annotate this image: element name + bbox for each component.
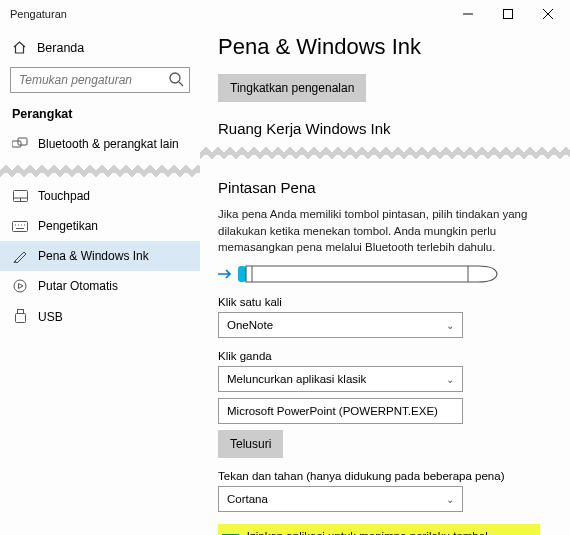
arrow-right-icon — [218, 268, 232, 280]
chevron-down-icon: ⌄ — [446, 320, 454, 331]
sidebar-item-label: Putar Otomatis — [38, 279, 118, 293]
bluetooth-devices-icon — [12, 137, 28, 151]
torn-edge-divider-shadow — [0, 172, 200, 179]
page-title: Pena & Windows Ink — [218, 34, 540, 60]
torn-edge-divider-main-shadow — [200, 154, 570, 161]
press-hold-select[interactable]: Cortana ⌄ — [218, 486, 463, 512]
browse-button[interactable]: Telusuri — [218, 430, 283, 458]
chevron-down-icon: ⌄ — [446, 374, 454, 385]
chevron-down-icon: ⌄ — [446, 494, 454, 505]
sidebar-section-label: Perangkat — [0, 103, 200, 129]
sidebar-item-label: Touchpad — [38, 189, 90, 203]
app-path-box[interactable]: Microsoft PowerPoint (POWERPNT.EXE) — [218, 398, 463, 424]
click-once-select[interactable]: OneNote ⌄ — [218, 312, 463, 338]
sidebar-item-typing[interactable]: Pengetikan — [0, 211, 200, 241]
press-hold-label: Tekan dan tahan (hanya didukung pada beb… — [218, 470, 540, 482]
press-hold-value: Cortana — [227, 493, 268, 505]
pen-illustration — [238, 264, 498, 284]
sidebar-item-pen[interactable]: Pena & Windows Ink — [0, 241, 200, 271]
close-button[interactable] — [528, 0, 568, 28]
sidebar-item-label: Bluetooth & perangkat lain — [38, 137, 179, 151]
window-controls — [448, 0, 568, 28]
sidebar-item-label: Pengetikan — [38, 219, 98, 233]
main-content: Pena & Windows Ink Tingkatkan pengenalan… — [200, 28, 570, 535]
sidebar-item-label: USB — [38, 310, 63, 324]
svg-rect-9 — [238, 266, 246, 282]
title-bar: Pengaturan — [0, 0, 570, 28]
svg-rect-8 — [15, 314, 25, 323]
svg-rect-5 — [13, 221, 28, 231]
sidebar-item-label: Pena & Windows Ink — [38, 249, 149, 263]
allow-override-row[interactable]: Izinkan aplikasi untuk menimpa perilaku … — [218, 524, 540, 535]
maximize-button[interactable] — [488, 0, 528, 28]
app-path-value: Microsoft PowerPoint (POWERPNT.EXE) — [227, 405, 438, 417]
svg-rect-0 — [504, 10, 513, 19]
home-link[interactable]: Beranda — [0, 34, 200, 61]
sidebar-item-autoplay[interactable]: Putar Otomatis — [0, 271, 200, 301]
touchpad-icon — [12, 190, 28, 202]
minimize-button[interactable] — [448, 0, 488, 28]
usb-icon — [12, 309, 28, 324]
window-title: Pengaturan — [10, 8, 67, 20]
minimize-icon — [463, 9, 473, 19]
keyboard-icon — [12, 221, 28, 232]
sidebar-item-usb[interactable]: USB — [0, 301, 200, 332]
home-icon — [12, 40, 27, 55]
search-input[interactable] — [10, 67, 190, 93]
double-click-value: Meluncurkan aplikasi klasik — [227, 373, 366, 385]
shortcuts-heading: Pintasan Pena — [218, 179, 540, 196]
sidebar-item-bluetooth[interactable]: Bluetooth & perangkat lain — [0, 129, 200, 159]
svg-point-6 — [14, 280, 26, 292]
svg-rect-7 — [17, 310, 23, 314]
click-once-value: OneNote — [227, 319, 273, 331]
sidebar-item-touchpad[interactable]: Touchpad — [0, 181, 200, 211]
home-label: Beranda — [37, 41, 84, 55]
allow-override-label: Izinkan aplikasi untuk menimpa perilaku … — [247, 530, 530, 535]
pen-icon — [12, 249, 28, 263]
double-click-select[interactable]: Meluncurkan aplikasi klasik ⌄ — [218, 366, 463, 392]
search-icon — [168, 71, 184, 90]
search-container — [10, 67, 190, 93]
close-icon — [543, 9, 553, 19]
autoplay-icon — [12, 279, 28, 293]
improve-recognition-button[interactable]: Tingkatkan pengenalan — [218, 74, 366, 102]
svg-rect-2 — [12, 141, 21, 147]
sidebar: Beranda Perangkat Bluetooth & perangkat … — [0, 28, 200, 535]
workspace-heading: Ruang Kerja Windows Ink — [218, 120, 540, 137]
double-click-label: Klik ganda — [218, 350, 540, 362]
click-once-label: Klik satu kali — [218, 296, 540, 308]
shortcuts-description: Jika pena Anda memiliki tombol pintasan,… — [218, 206, 528, 256]
maximize-icon — [503, 9, 513, 19]
pen-illustration-row — [218, 264, 540, 284]
svg-point-1 — [170, 73, 180, 83]
